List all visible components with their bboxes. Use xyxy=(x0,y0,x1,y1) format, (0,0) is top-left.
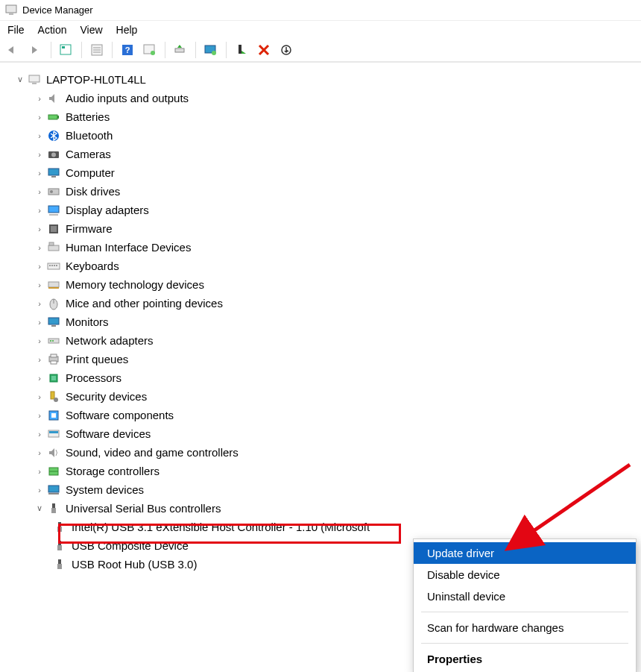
expand-icon[interactable]: › xyxy=(33,113,46,122)
sound-icon xyxy=(46,445,61,460)
svg-rect-35 xyxy=(49,265,51,266)
menu-file[interactable]: File xyxy=(7,24,25,36)
svg-rect-62 xyxy=(48,493,59,494)
help-button[interactable]: ? xyxy=(119,42,136,58)
expand-icon[interactable]: › xyxy=(33,131,46,140)
tree-item[interactable]: ›Display adapters xyxy=(4,201,637,219)
toolbar-sep xyxy=(195,42,196,58)
tree-item[interactable]: ›Disk drives xyxy=(4,182,637,201)
app-icon xyxy=(4,4,18,17)
update-driver-button[interactable] xyxy=(171,42,189,58)
tree-item[interactable]: ›Memory technology devices xyxy=(4,275,637,294)
tree-item[interactable]: ›Human Interface Devices xyxy=(4,238,637,257)
expand-icon[interactable]: › xyxy=(33,355,46,364)
menu-help[interactable]: Help xyxy=(116,24,138,36)
tree-subitem-selected[interactable]: Intel(R) USB 3.1 eXtensible Host Control… xyxy=(4,518,637,536)
svg-rect-24 xyxy=(48,169,59,175)
expand-icon[interactable]: › xyxy=(33,392,46,401)
svg-rect-52 xyxy=(51,376,56,380)
svg-rect-67 xyxy=(58,541,61,545)
svg-rect-36 xyxy=(51,265,53,266)
tree-item[interactable]: ›Print queues xyxy=(4,350,637,368)
properties-button[interactable] xyxy=(88,42,106,58)
collapse-icon[interactable]: ∨ xyxy=(13,75,27,84)
tree-item-label: Mice and other pointing devices xyxy=(66,297,223,310)
tree-item[interactable]: ›Mice and other pointing devices xyxy=(4,294,637,313)
menu-view[interactable]: View xyxy=(80,24,102,36)
ctx-properties[interactable]: Properties xyxy=(414,648,636,670)
disable-button[interactable] xyxy=(233,42,250,58)
tree-item[interactable]: ›Firmware xyxy=(4,219,637,238)
tree-item[interactable]: ›Batteries xyxy=(4,107,637,126)
expand-icon[interactable]: › xyxy=(33,280,46,289)
svg-rect-68 xyxy=(57,545,62,550)
ctx-scan-hardware[interactable]: Scan for hardware changes xyxy=(414,617,636,638)
menubar: File Action View Help xyxy=(0,21,641,40)
toolbar-sep xyxy=(112,42,113,58)
scan-button[interactable] xyxy=(141,42,159,58)
svg-rect-39 xyxy=(48,282,59,287)
svg-rect-17 xyxy=(29,75,40,82)
software-comp-icon xyxy=(46,408,61,423)
tree-item-usb[interactable]: ∨Universal Serial Bus controllers xyxy=(4,499,637,518)
tree-item[interactable]: ›Monitors xyxy=(4,313,637,331)
usb-icon xyxy=(52,538,67,553)
expand-icon[interactable]: › xyxy=(33,94,46,103)
expand-icon[interactable]: › xyxy=(33,318,46,327)
svg-point-47 xyxy=(52,340,54,342)
usb-icon xyxy=(52,557,67,572)
ctx-update-driver[interactable]: Update driver xyxy=(414,542,636,564)
ctx-disable-device[interactable]: Disable device xyxy=(414,564,636,585)
ctx-uninstall-device[interactable]: Uninstall device xyxy=(414,585,636,607)
tree-item[interactable]: ›Sound, video and game controllers xyxy=(4,443,637,462)
expand-icon[interactable]: › xyxy=(33,206,46,215)
tree-item[interactable]: ›Cameras xyxy=(4,145,637,163)
svg-rect-0 xyxy=(6,5,16,13)
tree-item[interactable]: ›Computer xyxy=(4,163,637,182)
tree-item[interactable]: ›Network adapters xyxy=(4,331,637,350)
show-hidden-button[interactable] xyxy=(57,42,75,58)
expand-icon[interactable]: › xyxy=(33,243,46,252)
usb-icon xyxy=(46,501,61,516)
forward-button[interactable] xyxy=(27,42,45,58)
enable-button[interactable] xyxy=(202,42,220,58)
tree-item[interactable]: ›Processors xyxy=(4,368,637,387)
expand-icon[interactable]: › xyxy=(33,150,46,159)
expand-icon[interactable]: › xyxy=(33,224,46,233)
window-title: Device Manager xyxy=(22,4,93,16)
camera-icon xyxy=(46,147,61,162)
back-button[interactable] xyxy=(4,42,22,58)
tree-item-label: Computer xyxy=(66,166,115,179)
expand-icon[interactable]: › xyxy=(33,169,46,178)
collapse-icon[interactable]: ∨ xyxy=(33,503,46,513)
expand-icon[interactable]: › xyxy=(33,486,46,494)
menu-action[interactable]: Action xyxy=(38,24,67,36)
svg-rect-43 xyxy=(48,318,59,324)
root-label: LAPTOP-HL0TL4LL xyxy=(46,73,146,86)
tree-item[interactable]: ›Software devices xyxy=(4,424,637,443)
svg-rect-32 xyxy=(48,245,59,251)
tree-item-label: Batteries xyxy=(66,110,110,123)
expand-icon[interactable]: › xyxy=(33,411,46,420)
more-button[interactable] xyxy=(277,42,295,58)
tree-item[interactable]: ›Security devices xyxy=(4,387,637,406)
expand-icon[interactable]: › xyxy=(33,299,46,308)
expand-icon[interactable]: › xyxy=(33,430,46,439)
tree-item-label: Firmware xyxy=(66,222,113,235)
tree-item[interactable]: ›Keyboards xyxy=(4,257,637,275)
expand-icon[interactable]: › xyxy=(33,448,46,457)
expand-icon[interactable]: › xyxy=(33,467,46,476)
tree-item[interactable]: ›Bluetooth xyxy=(4,126,637,145)
tree-item[interactable]: ›System devices xyxy=(4,480,637,499)
tree-root[interactable]: ∨ LAPTOP-HL0TL4LL xyxy=(4,70,637,89)
expand-icon[interactable]: › xyxy=(33,374,46,383)
tree-item-label: Keyboards xyxy=(66,260,119,272)
tree-item[interactable]: ›Storage controllers xyxy=(4,462,637,480)
expand-icon[interactable]: › xyxy=(33,262,46,271)
expand-icon[interactable]: › xyxy=(33,187,46,196)
tree-item[interactable]: ›Audio inputs and outputs xyxy=(4,89,637,107)
tree-item[interactable]: ›Software components xyxy=(4,406,637,424)
expand-icon[interactable]: › xyxy=(33,336,46,345)
computer-icon xyxy=(27,72,42,87)
uninstall-button[interactable] xyxy=(255,42,273,58)
